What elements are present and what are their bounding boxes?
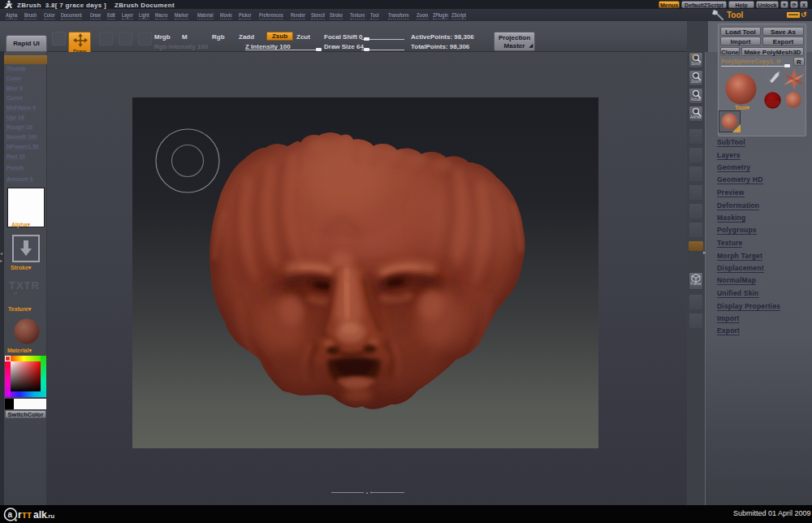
svg-text:alk: alk [33, 509, 47, 521]
svg-text:a: a [8, 510, 13, 519]
svg-text:тт: тт [22, 509, 32, 521]
svg-text:.ru: .ru [46, 512, 54, 520]
